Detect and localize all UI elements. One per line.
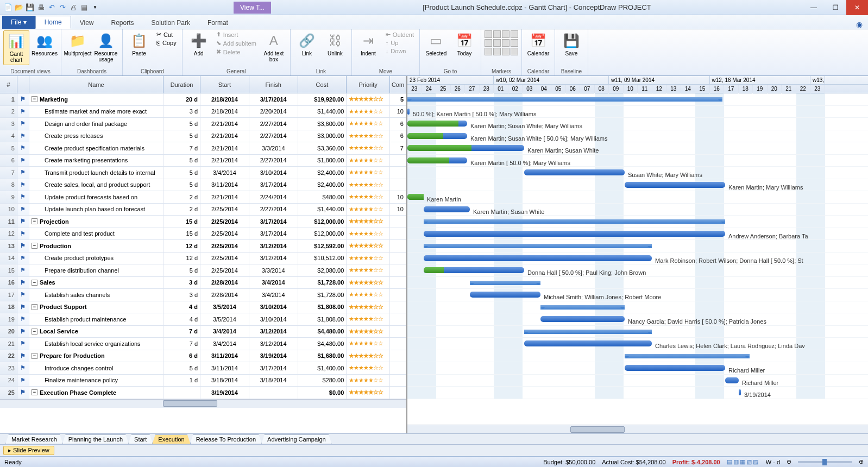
col-cost[interactable]: Cost	[298, 76, 347, 93]
slide-preview-button[interactable]: ▸ Slide Preview	[3, 446, 54, 455]
qat-redo-icon[interactable]: ↷	[58, 3, 67, 12]
table-row[interactable]: 11⚑−Projection15 d2/25/20143/17/2014$12,…	[0, 216, 406, 228]
gantt-chart-button[interactable]: 📊Gantt chart	[3, 30, 29, 65]
paste-button[interactable]: 📋Paste	[126, 30, 152, 58]
gantt-row[interactable]: Karen Martin; Susan White; Mary Williams	[407, 118, 868, 130]
table-row[interactable]: 21⚑Establish local service organizations…	[0, 338, 406, 350]
summary-bar[interactable]	[407, 97, 722, 102]
tab-format[interactable]: Format	[199, 17, 237, 29]
sheet-tab[interactable]: Release To Production	[190, 434, 262, 444]
qat-print-icon[interactable]: 🖶	[36, 3, 46, 12]
table-row[interactable]: 25⚑−Execution Phase Complete3/19/2014$0.…	[0, 387, 406, 399]
collapse-icon[interactable]: −	[32, 389, 37, 395]
zoom-in-button[interactable]: ⊕	[859, 458, 864, 465]
zoom-slider[interactable]	[798, 461, 852, 463]
outdent-button[interactable]: ⇤Outdent	[383, 30, 416, 39]
table-row[interactable]: 19⚑Establish product maintenance4 d3/5/2…	[0, 313, 406, 326]
gantt-row[interactable]	[407, 301, 868, 314]
summary-bar[interactable]	[540, 305, 625, 310]
gantt-row[interactable]: 50.0 %]; Karen Martin [ 50.0 %]; Mary Wi…	[407, 106, 868, 118]
table-row[interactable]: 2⚑Estimate market and make more exact3 d…	[0, 106, 406, 118]
gantt-row[interactable]: Mark Robinson; Robert Wilson; Donna Hall…	[407, 253, 868, 265]
gantt-row[interactable]: Susan White; Mary Williams	[407, 167, 868, 179]
tab-reports[interactable]: Reports	[103, 17, 143, 29]
col-indicator[interactable]	[17, 76, 29, 93]
multiproject-button[interactable]: 📁Multiproject	[65, 30, 91, 58]
gantt-row[interactable]	[407, 326, 868, 338]
view-tab-button[interactable]: View T...	[234, 2, 271, 14]
zoom-out-button[interactable]: ⊖	[787, 458, 791, 465]
table-row[interactable]: 1⚑−Marketing20 d2/18/20143/17/2014$19,92…	[0, 93, 406, 106]
table-row[interactable]: 9⚑Update product forecasts based on2 d2/…	[0, 191, 406, 204]
table-row[interactable]: 6⚑Create marketing presentations5 d2/21/…	[0, 155, 406, 167]
table-row[interactable]: 14⚑Create product prototypes12 d2/25/201…	[0, 253, 406, 265]
table-row[interactable]: 15⚑Prepare distribution channel5 d2/25/2…	[0, 264, 406, 277]
task-bar[interactable]: 3/19/2014	[739, 389, 741, 395]
qat-undo-icon[interactable]: ↶	[47, 3, 56, 12]
table-row[interactable]: 5⚑Create product specification materials…	[0, 142, 406, 155]
gantt-row[interactable]: Karen Martin; Susan White	[407, 142, 868, 155]
maximize-button[interactable]: ❐	[825, 0, 846, 15]
col-finish[interactable]: Finish	[249, 76, 298, 93]
insert-button[interactable]: ⬆Insert	[214, 30, 259, 39]
minimize-button[interactable]: —	[803, 0, 825, 15]
tab-view[interactable]: View	[71, 17, 103, 29]
table-row[interactable]: 23⚑Introduce changes control5 d3/11/2014…	[0, 362, 406, 375]
tab-solution-park[interactable]: Solution Park	[143, 17, 199, 29]
task-bar[interactable]: Michael Smith; William Jones; Robert Moo…	[470, 292, 540, 298]
calendar-button[interactable]: 📅Calendar	[525, 30, 551, 58]
summary-bar[interactable]	[424, 219, 725, 224]
gantt-row[interactable]: Nancy Garcia; David Harris [ 50.0 %]; Pa…	[407, 313, 868, 326]
add-button[interactable]: ➕Add	[186, 30, 212, 58]
gantt-row[interactable]: Richard Miller	[407, 362, 868, 375]
unlink-button[interactable]: ⛓Unlink	[322, 30, 348, 58]
col-priority[interactable]: Priority	[347, 76, 390, 93]
table-row[interactable]: 10⚑Update launch plan based on forecast2…	[0, 204, 406, 216]
indent-button[interactable]: ⇥Indent	[355, 30, 381, 58]
task-bar[interactable]: Andrew Anderson; Barbara Ta	[424, 231, 725, 237]
sheet-tab[interactable]: Market Research	[5, 434, 63, 444]
grid-hscroll[interactable]	[0, 399, 406, 408]
add-text-button[interactable]: AAdd text box	[261, 30, 287, 64]
task-bar[interactable]: Nancy Garcia; David Harris [ 50.0 %]; Pa…	[540, 316, 625, 322]
resource-usage-button[interactable]: 👤Resource usage	[93, 30, 119, 64]
col-start[interactable]: Start	[200, 76, 249, 93]
tab-home[interactable]: Home	[35, 16, 71, 29]
table-row[interactable]: 3⚑Design and order final package5 d2/21/…	[0, 118, 406, 130]
close-button[interactable]: ✕	[846, 0, 868, 15]
table-row[interactable]: 22⚑−Prepare for Production6 d3/11/20143/…	[0, 350, 406, 363]
selected-button[interactable]: ▭Selected	[423, 30, 449, 58]
col-num[interactable]: #	[0, 76, 17, 93]
task-bar[interactable]: Richard Miller	[625, 365, 725, 371]
gantt-row[interactable]: 3/19/2014	[407, 387, 868, 399]
task-bar[interactable]: Mark Robinson; Robert Wilson; Donna Hall…	[424, 255, 652, 261]
col-duration[interactable]: Duration	[163, 76, 200, 93]
qat-preview-icon[interactable]: ▤	[79, 3, 89, 12]
qat-dropdown-icon[interactable]: ▼	[90, 3, 100, 12]
resources-button[interactable]: 👥Resources	[32, 30, 58, 58]
gantt-row[interactable]	[407, 240, 868, 253]
table-row[interactable]: 16⚑−Sales3 d2/28/20143/4/2014$1,728.00★★…	[0, 277, 406, 289]
gantt-row[interactable]: Karen Martin; Susan White [ 50.0 %]; Mar…	[407, 130, 868, 143]
save-baseline-button[interactable]: 💾Save	[558, 30, 584, 58]
link-button[interactable]: 🔗Link	[294, 30, 320, 58]
down-button[interactable]: ↓Down	[383, 47, 416, 55]
collapse-icon[interactable]: −	[32, 280, 37, 286]
gantt-row[interactable]: Karen Martin; Mary Williams	[407, 179, 868, 192]
table-row[interactable]: 4⚑Create press releases5 d2/21/20142/27/…	[0, 130, 406, 143]
table-row[interactable]: 12⚑Complete and test product15 d2/25/201…	[0, 228, 406, 241]
gantt-row[interactable]: Karen Martin [ 50.0 %]; Mary Williams	[407, 155, 868, 167]
qat-save-icon[interactable]: 💾	[25, 3, 35, 12]
sheet-tab[interactable]: Execution	[152, 434, 190, 444]
task-bar[interactable]: Charles Lewis; Helen Clark; Laura Rodrig…	[524, 340, 652, 346]
collapse-icon[interactable]: −	[32, 353, 37, 359]
qat-printer-icon[interactable]: 🖨	[68, 3, 78, 12]
summary-bar[interactable]	[470, 281, 540, 285]
gantt-row[interactable]: Donna Hall [ 50.0 %]; Paul King; John Br…	[407, 264, 868, 277]
collapse-icon[interactable]: −	[32, 329, 37, 335]
task-bar[interactable]: Susan White; Mary Williams	[524, 169, 625, 175]
summary-bar[interactable]	[424, 244, 652, 248]
gantt-row[interactable]: Andrew Anderson; Barbara Ta	[407, 228, 868, 241]
table-row[interactable]: 24⚑Finalize maintenance policy1 d3/18/20…	[0, 375, 406, 387]
gantt-row[interactable]: Charles Lewis; Helen Clark; Laura Rodrig…	[407, 338, 868, 350]
